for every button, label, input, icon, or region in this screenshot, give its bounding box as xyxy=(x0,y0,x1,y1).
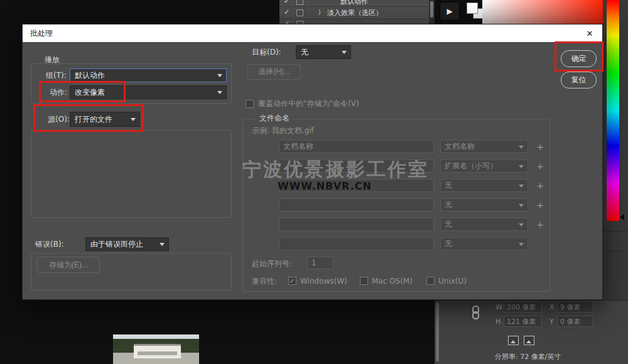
naming-row: 无 + xyxy=(242,198,550,211)
destination-label: 目标(D): xyxy=(252,45,281,59)
y-label: Y xyxy=(550,318,554,326)
action-item-row[interactable]: 淡入效果（选区） xyxy=(327,8,382,18)
action-set-row[interactable]: 默认动作 xyxy=(340,0,368,6)
foreground-color-swatch[interactable] xyxy=(467,3,478,14)
hue-slider-marker-icon[interactable] xyxy=(620,214,624,220)
image-thumbnail-icon[interactable] xyxy=(508,336,519,345)
watermark-url: WWW.NBVR.CN xyxy=(278,180,372,192)
destination-value: 无 xyxy=(301,47,308,58)
dialog-title: 批处理 xyxy=(30,24,53,42)
play-action-button[interactable]: ▶ xyxy=(440,2,460,21)
photo-house-windows xyxy=(138,351,177,355)
naming-token-select[interactable]: 无 xyxy=(440,218,528,231)
height-label: H xyxy=(495,318,501,326)
compatibility-label: 兼容性: xyxy=(252,276,277,286)
save-as-button[interactable]: 存储为(E)... xyxy=(37,257,100,273)
annotation-box-action xyxy=(39,81,126,102)
watermark-text: 宁波优景摄影工作室 xyxy=(242,157,429,183)
unix-label: Unix(U) xyxy=(438,276,467,286)
naming-token-input[interactable] xyxy=(279,237,434,250)
photo-house xyxy=(134,344,181,358)
plus-indicator: + xyxy=(535,218,545,231)
close-icon[interactable]: ✕ xyxy=(580,24,600,42)
document-photo-thumbnail xyxy=(113,335,199,364)
errors-value: 由于错误而停止 xyxy=(90,239,143,250)
plus-indicator: + xyxy=(535,140,545,153)
naming-token-select[interactable]: 无 xyxy=(440,198,528,211)
override-save-as-checkbox[interactable] xyxy=(246,100,254,108)
windows-checkbox[interactable]: ✓ xyxy=(288,277,296,285)
action-set-select[interactable]: 默认动作 xyxy=(70,68,227,82)
x-field[interactable]: 9 像素 xyxy=(557,301,593,313)
starting-serial-input[interactable]: 1 xyxy=(307,257,333,269)
naming-row: 文档名称 文档名称 + xyxy=(242,140,550,153)
naming-token-value: 文档名称 xyxy=(445,141,475,152)
color-picker-saturation-field[interactable] xyxy=(482,0,606,24)
reset-button[interactable]: 复位 xyxy=(561,72,597,88)
unix-checkbox[interactable] xyxy=(426,277,435,285)
set-label: 组(T): xyxy=(46,68,67,82)
naming-token-select[interactable]: 无 xyxy=(440,237,528,250)
panel-divider xyxy=(603,251,628,252)
chevron-down-icon xyxy=(519,204,524,207)
naming-token-select[interactable]: 文档名称 xyxy=(440,140,528,153)
image-thumbnail-icon[interactable] xyxy=(524,336,534,345)
chevron-down-icon xyxy=(519,243,524,246)
choose-button[interactable]: 选择(H)... xyxy=(247,64,301,80)
dialog-titlebar[interactable]: 批处理 ✕ xyxy=(23,24,602,42)
panel-scrollbar[interactable] xyxy=(436,302,439,361)
annotation-box-source xyxy=(33,104,144,132)
height-field[interactable]: 121 像素 xyxy=(504,316,542,327)
chevron-down-icon xyxy=(519,223,524,227)
errors-select[interactable]: 由于错误而停止 xyxy=(85,237,169,251)
action-dialog-toggle-icon[interactable] xyxy=(296,9,303,16)
action-dialog-toggle-icon[interactable] xyxy=(296,0,303,5)
chevron-down-icon xyxy=(519,165,524,168)
naming-token-select[interactable]: 扩展名（小写） xyxy=(440,159,528,173)
naming-token-value: 扩展名（小写） xyxy=(445,161,497,171)
naming-row: 无 + xyxy=(242,218,550,231)
plus-indicator: + xyxy=(535,179,545,192)
row-divider xyxy=(279,6,435,7)
resolution-value: 分辨率: 72 像素/英寸 xyxy=(495,352,561,361)
macos-label: Mac OS(M) xyxy=(372,276,413,286)
action-include-check-icon[interactable]: ✓ xyxy=(284,0,290,4)
errors-label: 错误(B): xyxy=(35,237,64,251)
plus-indicator: + xyxy=(535,159,545,173)
chevron-down-icon xyxy=(217,74,222,77)
naming-token-input[interactable]: 文档名称 xyxy=(279,140,434,153)
source-options-box xyxy=(31,130,232,218)
naming-token-input[interactable] xyxy=(279,198,434,211)
chevron-down-icon xyxy=(342,51,347,54)
panel-divider xyxy=(603,231,628,232)
hue-slider[interactable] xyxy=(607,0,619,221)
width-label: W xyxy=(495,303,502,311)
action-set-value: 默认动作 xyxy=(75,70,105,81)
destination-select[interactable]: 无 xyxy=(296,45,351,59)
disclosure-arrow-icon[interactable]: ⟩ xyxy=(318,9,321,16)
actions-scrollbar[interactable] xyxy=(429,0,435,24)
naming-token-value: 无 xyxy=(445,180,452,191)
chevron-down-icon xyxy=(519,185,524,188)
override-save-as-label: 覆盖动作中的"存储为"命令(V) xyxy=(258,99,359,109)
chevron-down-icon xyxy=(217,91,222,94)
naming-token-input[interactable] xyxy=(279,218,434,231)
width-field[interactable]: 200 像素 xyxy=(504,301,542,313)
naming-token-select[interactable]: 无 xyxy=(440,179,528,192)
plus-indicator: + xyxy=(535,198,545,211)
file-naming-legend: 文件命名 xyxy=(256,114,293,123)
row-divider xyxy=(279,19,435,19)
transform-properties-panel: W 200 像素 X 9 像素 H 121 像素 Y 0 像素 分辨率: 72 … xyxy=(435,300,628,364)
link-dimensions-icon[interactable] xyxy=(472,306,480,322)
naming-token-value: 无 xyxy=(445,219,452,230)
y-field[interactable]: 0 像素 xyxy=(557,316,593,327)
action-include-check-icon[interactable]: ✓ xyxy=(284,9,290,16)
scrollbar-thumb[interactable] xyxy=(430,1,433,18)
photoshop-workspace: ✓ 默认动作 ✓ ⟩ 淡入效果（选区） ✓ ▶ W 200 像素 X 9 像素 … xyxy=(0,0,628,364)
starting-serial-label: 起始序列号: xyxy=(252,257,292,270)
annotation-box-ok xyxy=(555,41,604,72)
macos-checkbox[interactable] xyxy=(360,277,368,285)
naming-token-value: 无 xyxy=(445,238,452,249)
actions-panel: ✓ 默认动作 ✓ ⟩ 淡入效果（选区） ✓ xyxy=(279,0,435,24)
naming-token-value: 无 xyxy=(445,200,452,210)
